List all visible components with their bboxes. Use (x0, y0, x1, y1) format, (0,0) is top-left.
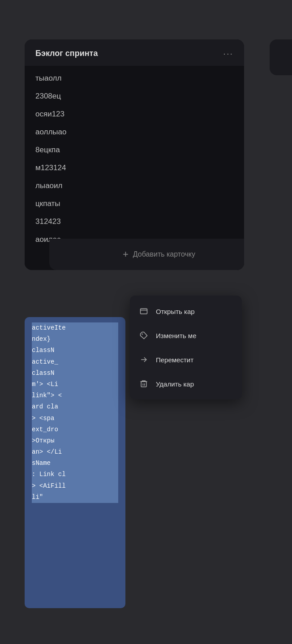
context-menu-delete[interactable]: Удалить кар (130, 372, 242, 396)
context-menu-label-label: Изменить ме (156, 332, 196, 339)
code-line: > <spa (32, 413, 118, 424)
context-menu: Открыть кар Изменить ме Переместит (130, 296, 242, 399)
context-menu-open-label: Открыть кар (156, 308, 195, 315)
panel-menu-button[interactable]: ··· (223, 48, 233, 59)
context-menu-delete-label: Удалить кар (156, 380, 194, 388)
code-line: li" (32, 492, 118, 503)
svg-rect-0 (141, 309, 147, 314)
trash-icon (139, 379, 149, 389)
list-item[interactable]: аоллыао (25, 123, 244, 141)
add-card-label: Добавить карточку (133, 250, 195, 258)
card-icon (139, 306, 149, 316)
code-line: active_ (32, 356, 118, 368)
list-item[interactable]: 312423 (25, 213, 244, 231)
list-item[interactable]: тыаолл (25, 69, 244, 87)
list-item[interactable]: 2308ец (25, 87, 244, 105)
code-line: classN (32, 345, 118, 356)
code-line: ndex} (32, 334, 118, 345)
code-line: : Link cl (32, 469, 118, 480)
code-line: link"> < (32, 390, 118, 401)
list-item[interactable]: 8ецкпа (25, 141, 244, 159)
code-line: > <AiFill (32, 481, 118, 492)
panel-header: Бэклог спринта ··· (25, 39, 244, 66)
code-line: classN (32, 368, 118, 379)
add-card-bar[interactable]: + Добавить карточку (49, 239, 244, 270)
panel-title: Бэклог спринта (35, 49, 98, 58)
add-icon: + (123, 249, 129, 260)
list-item[interactable]: лыаоил (25, 177, 244, 195)
code-card[interactable]: activeIte ndex} classN active_ classN m'… (25, 317, 125, 608)
context-menu-move[interactable]: Переместит (130, 348, 242, 372)
right-panel-stub (270, 39, 292, 75)
svg-point-2 (142, 334, 143, 335)
tag-icon (139, 331, 149, 340)
list-item[interactable]: цкпаты (25, 195, 244, 213)
arrow-icon (139, 355, 149, 365)
context-menu-move-label: Переместит (156, 356, 193, 364)
context-menu-open[interactable]: Открыть кар (130, 299, 242, 323)
list-item[interactable]: м123124 (25, 159, 244, 177)
code-line: ext_dro (32, 424, 118, 435)
context-menu-label[interactable]: Изменить ме (130, 323, 242, 348)
svg-rect-4 (141, 382, 146, 387)
code-line: sName (32, 458, 118, 469)
code-line: m'> <Li (32, 379, 118, 390)
code-line: an> </Li (32, 447, 118, 458)
main-panel: Бэклог спринта ··· тыаолл 2308ец осяи123… (25, 39, 244, 270)
code-line: ard cla (32, 401, 118, 412)
code-line: activeIte (32, 322, 118, 334)
code-line: >Откры (32, 435, 118, 447)
list-item[interactable]: осяи123 (25, 105, 244, 123)
